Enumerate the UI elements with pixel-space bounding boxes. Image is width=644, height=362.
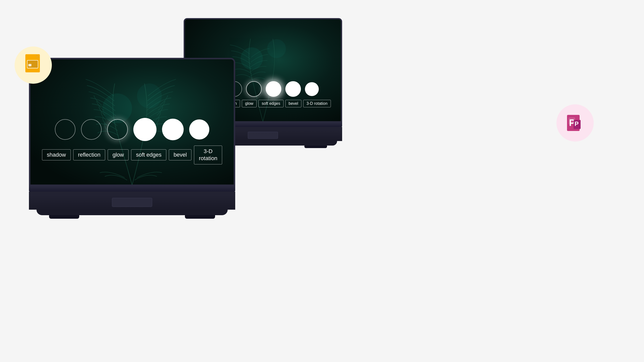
- svg-text:P: P: [575, 120, 579, 127]
- label2-glow: glow: [242, 100, 257, 107]
- effect-circles-row: [55, 118, 209, 141]
- laptop2-foot-right: [304, 146, 327, 148]
- laptop1-trackpad-area: [29, 195, 235, 210]
- laptop1-foot-left: [49, 215, 79, 219]
- laptop1-trackpad: [112, 198, 152, 207]
- label-reflection: reflection: [73, 149, 105, 160]
- circle-soft-edges: [133, 118, 156, 141]
- label-shadow: shadow: [42, 149, 71, 160]
- laptop1-foot-right: [185, 215, 215, 219]
- slides-icon: [24, 54, 42, 76]
- circle-3d-rotation: [189, 119, 209, 140]
- laptop1-bg: shadow reflection glow soft edges bevel …: [30, 59, 234, 185]
- label-soft-edges: soft edges: [131, 149, 166, 160]
- label2-3d-rotation: 3-D rotation: [303, 100, 331, 107]
- circle2-glow: [246, 81, 262, 97]
- label-bevel: bevel: [169, 149, 192, 160]
- laptop1-hinge: [29, 192, 235, 195]
- slides-icon-badge: [15, 47, 52, 84]
- laptop1-base: [29, 186, 235, 192]
- powerpoint-icon-badge: P P: [556, 104, 594, 142]
- laptop1-content: shadow reflection glow soft edges bevel …: [42, 118, 222, 164]
- label-glow: glow: [108, 149, 129, 160]
- powerpoint-icon: P P: [565, 113, 585, 133]
- svg-point-16: [267, 39, 286, 58]
- svg-point-13: [137, 83, 162, 108]
- laptop2-trackpad: [248, 132, 278, 139]
- circle-glow: [107, 119, 128, 140]
- laptop1-feet: [29, 215, 235, 219]
- laptop1-screen: shadow reflection glow soft edges bevel …: [29, 58, 235, 186]
- label2-soft-edges: soft edges: [258, 100, 284, 107]
- circle-reflection: [81, 119, 102, 140]
- svg-point-15: [240, 47, 263, 70]
- label2-bevel: bevel: [285, 100, 301, 107]
- circle2-3d-rotation: [305, 82, 319, 96]
- circle2-soft-edges: [266, 81, 281, 97]
- svg-rect-5: [28, 64, 31, 66]
- laptop1: shadow reflection glow soft edges bevel …: [29, 58, 235, 219]
- label-3d-rotation: 3-Drotation: [194, 146, 222, 164]
- circle2-bevel: [286, 81, 301, 97]
- circle-shadow: [55, 119, 75, 140]
- effect-labels-row: shadow reflection glow soft edges bevel …: [42, 146, 222, 164]
- laptop1-bottom: [36, 210, 228, 215]
- circle-bevel: [162, 119, 184, 140]
